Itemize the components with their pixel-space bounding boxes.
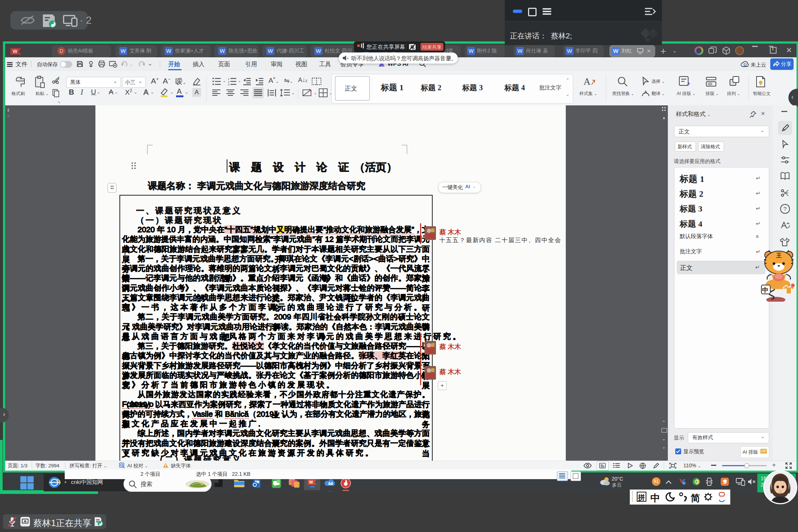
svg-text:中: 中 bbox=[708, 480, 712, 484]
svg-text:×: × bbox=[347, 57, 349, 60]
svg-text:王: 王 bbox=[776, 252, 782, 258]
svg-text:3: 3 bbox=[228, 83, 230, 85]
svg-text:W: W bbox=[13, 48, 18, 54]
svg-text:A: A bbox=[584, 76, 591, 87]
svg-text:W: W bbox=[309, 480, 313, 484]
